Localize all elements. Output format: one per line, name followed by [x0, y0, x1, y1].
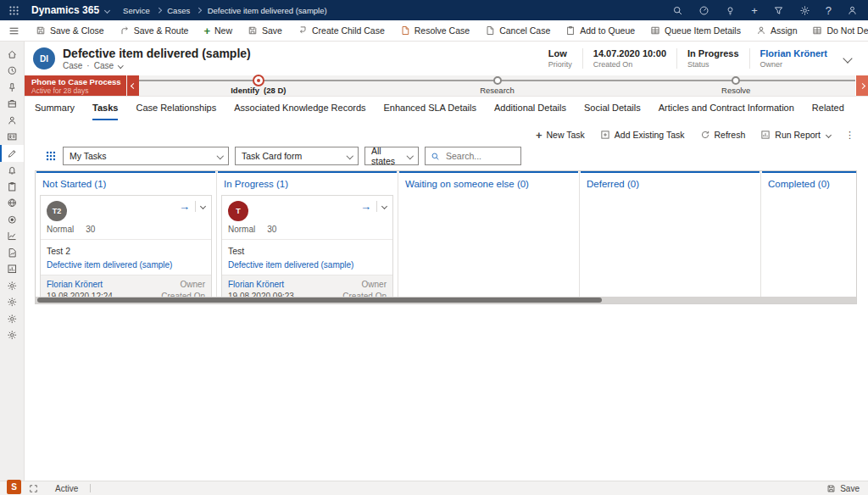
sitemap-toggle-icon[interactable]	[8, 25, 19, 36]
environment-badge[interactable]: S	[7, 480, 21, 494]
sidebar-item-pinned[interactable]	[0, 79, 24, 96]
queue-item-details-button[interactable]: Queue Item Details	[643, 20, 748, 41]
save-and-route-button[interactable]: Save & Route	[112, 20, 197, 41]
sidebar-item-settings-1[interactable]	[0, 277, 24, 294]
horizontal-scrollbar-thumb[interactable]	[37, 298, 602, 303]
process-name-box[interactable]: Phone to Case Process Active for 28 days	[25, 75, 126, 96]
tab-associated-knowledge-records[interactable]: Associated Knowledge Records	[234, 103, 365, 120]
owner-link[interactable]: Florian Krönert	[760, 48, 827, 58]
app-launcher-waffle-icon[interactable]	[8, 5, 19, 16]
sidebar-item-contacts[interactable]	[0, 112, 24, 129]
sidebar-item-cases[interactable]	[0, 145, 24, 162]
search-icon[interactable]	[672, 5, 683, 16]
sidebar-item-settings-4[interactable]	[0, 327, 24, 344]
tab-summary[interactable]: Summary	[35, 103, 75, 120]
card-regarding-link[interactable]: Defective item delivered (sample)	[47, 260, 205, 270]
state-filter-dropdown[interactable]: All states	[364, 147, 419, 165]
stage-identify[interactable]: Identify (28 D)	[139, 75, 378, 96]
card-owner-link[interactable]: Florian Krönert	[228, 280, 294, 289]
process-next-stage-button[interactable]	[855, 75, 868, 96]
save-and-close-button[interactable]: Save & Close	[28, 20, 112, 41]
form-selector-dropdown[interactable]: Task Card form	[235, 147, 359, 165]
expand-icon[interactable]	[29, 484, 38, 493]
settings-gear-icon[interactable]	[799, 5, 810, 16]
sidebar-item-insights[interactable]	[0, 211, 24, 228]
sidebar-item-charts[interactable]	[0, 228, 24, 245]
record-state-label: Active	[55, 484, 78, 493]
form-selector[interactable]: Case	[94, 61, 114, 70]
sidebar-item-settings-2[interactable]	[0, 294, 24, 311]
sidebar-item-my-work[interactable]	[0, 96, 24, 113]
column-title: In Progress (1)	[217, 173, 398, 192]
form-selector-chevron-icon[interactable]	[118, 63, 123, 68]
tab-related[interactable]: Related	[812, 103, 844, 120]
resolve-case-button[interactable]: Resolve Case	[392, 20, 477, 41]
add-to-queue-button[interactable]: Add to Queue	[558, 20, 643, 41]
process-collapse-button[interactable]	[127, 75, 139, 96]
cancel-case-button[interactable]: Cancel Case	[477, 20, 558, 41]
account-person-icon[interactable]	[847, 5, 858, 16]
card-menu-chevron-icon[interactable]	[200, 203, 206, 209]
gauge-icon[interactable]	[698, 5, 709, 16]
card-avatar: T2	[47, 201, 67, 221]
sidebar-item-knowledge-articles[interactable]	[0, 195, 24, 212]
breadcrumb-cases[interactable]: Cases	[167, 6, 190, 15]
tab-additional-details[interactable]: Additional Details	[494, 103, 566, 120]
horizontal-scrollbar-track[interactable]	[36, 297, 856, 303]
page-title: Defective item delivered (sample)	[63, 47, 251, 60]
sitemap-sidebar	[0, 42, 25, 481]
card-regarding-link[interactable]: Defective item delivered (sample)	[228, 260, 387, 270]
run-report-button[interactable]: Run Report	[753, 130, 838, 140]
view-selector-dropdown[interactable]: My Tasks	[63, 147, 229, 165]
card-menu-chevron-icon[interactable]	[381, 203, 387, 209]
header-collapse-chevron-icon[interactable]	[843, 53, 852, 63]
assign-person-icon	[756, 25, 766, 36]
help-icon[interactable]: ?	[826, 5, 832, 16]
create-child-case-button[interactable]: Create Child Case	[290, 20, 392, 41]
stage-research[interactable]: Research	[378, 75, 617, 96]
task-card[interactable]: T → Normal 30	[221, 195, 393, 304]
sidebar-item-home[interactable]	[0, 46, 24, 63]
add-existing-task-button[interactable]: Add Existing Task	[593, 130, 693, 140]
sidebar-item-reports[interactable]	[0, 244, 24, 261]
tab-enhanced-sla-details[interactable]: Enhanced SLA Details	[384, 103, 476, 120]
tab-social-details[interactable]: Social Details	[584, 103, 641, 120]
sidebar-item-recent[interactable]	[0, 63, 24, 80]
circle-dot-icon	[7, 214, 18, 225]
app-title[interactable]: Dynamics 365	[31, 4, 99, 16]
task-card[interactable]: T2 → Normal 30	[40, 195, 212, 304]
sidebar-item-activities[interactable]	[0, 162, 24, 179]
card-owner-link[interactable]: Florian Krönert	[47, 280, 113, 289]
subgrid-overflow-button[interactable]: ⋮	[838, 130, 861, 141]
sidebar-item-accounts[interactable]	[0, 129, 24, 146]
sidebar-item-settings-3[interactable]	[0, 310, 24, 327]
advance-status-arrow-icon[interactable]: →	[360, 201, 371, 212]
status-save-button[interactable]: Save	[826, 484, 860, 493]
card-priority: Normal	[47, 225, 74, 234]
sidebar-item-queues[interactable]	[0, 178, 24, 195]
breadcrumb-current-record[interactable]: Defective item delivered (sample)	[208, 6, 327, 15]
tab-case-relationships[interactable]: Case Relationships	[136, 103, 216, 120]
lightbulb-icon[interactable]	[725, 5, 736, 16]
board-view-grid-icon[interactable]	[45, 150, 57, 162]
card-duration: 30	[267, 225, 276, 234]
top-nav-bar: Dynamics 365 Service Cases Defective ite…	[0, 0, 868, 20]
tab-tasks[interactable]: Tasks	[92, 103, 118, 120]
quick-create-plus-icon[interactable]: +	[751, 5, 758, 16]
new-task-button[interactable]: + New Task	[528, 130, 593, 141]
do-not-decrement-button[interactable]: Do Not Decrement En...	[804, 20, 868, 41]
tab-articles-and-contract-information[interactable]: Articles and Contract Information	[659, 103, 794, 120]
filter-funnel-icon[interactable]	[773, 5, 784, 16]
sidebar-item-dashboards[interactable]	[0, 261, 24, 278]
board-controls: My Tasks Task Card form All states	[45, 146, 868, 166]
line-chart-icon	[7, 231, 18, 242]
save-button[interactable]: Save	[240, 20, 290, 41]
search-input[interactable]	[444, 150, 515, 162]
new-button[interactable]: + New	[196, 20, 240, 41]
stage-resolve[interactable]: Resolve	[616, 75, 855, 96]
subgrid-refresh-button[interactable]: Refresh	[693, 130, 754, 140]
breadcrumb-service[interactable]: Service	[123, 6, 150, 15]
app-title-chevron-icon[interactable]	[104, 7, 110, 13]
assign-button[interactable]: Assign	[748, 20, 805, 41]
advance-status-arrow-icon[interactable]: →	[179, 201, 190, 212]
